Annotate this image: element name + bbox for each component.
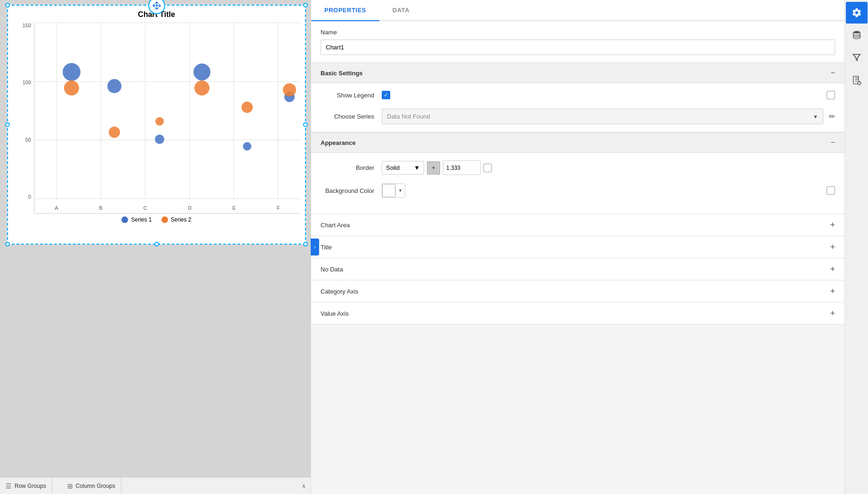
appearance-title: Appearance [321,139,355,146]
show-legend-checkbox[interactable] [382,91,390,99]
tab-data[interactable]: DATA [379,0,423,21]
bubble-9 [241,102,253,113]
appearance-toggle[interactable]: − [831,138,835,147]
collapsible-row-no-data[interactable]: No Data+ [311,258,844,280]
basic-settings-content: Show Legend Choose Series Data Not Found… [311,83,844,132]
expand-icon: › [314,244,316,250]
collapsible-title-1: Title [321,244,332,251]
name-input[interactable] [321,40,835,55]
sidebar-database-btn[interactable] [846,24,868,46]
panel-expand-button[interactable]: › [311,239,319,255]
show-legend-content [382,91,835,99]
y-label-150: 150 [23,23,31,28]
column-groups-icon: ⊞ [67,482,73,490]
bottom-chevron-icon[interactable]: ∧ [302,483,306,489]
x-label-f: F [277,205,280,211]
bg-color-swatch-dropdown[interactable]: ▼ [382,183,405,198]
canvas-area: Chart Title 150 100 50 0 [0,0,311,494]
row-groups-label: Row Groups [15,483,46,489]
bubble-5 [155,117,164,126]
collapsible-icon-4: + [830,309,835,318]
collapsible-icon-2: + [830,265,835,273]
svg-point-0 [853,31,860,34]
chart-container[interactable]: Chart Title 150 100 50 0 [7,5,306,245]
chart-plot: 150 100 50 0 [13,23,300,214]
bubble-1 [64,80,79,96]
tabs-header: PROPERTIES DATA [311,0,844,21]
legend-label-series2: Series 2 [171,216,192,223]
legend-dot-series2 [161,216,168,223]
row-groups-section[interactable]: ☰ Row Groups [0,478,52,494]
choose-series-content: Data Not Found ▼ ✏ [382,109,835,124]
border-row: Border Solid ▼ ▼ ▲ ▼ [321,160,835,175]
appearance-content: Border Solid ▼ ▼ ▲ ▼ [311,153,844,214]
collapsible-row-chart-area[interactable]: Chart Area+ [311,214,844,236]
basic-settings-header: Basic Settings − [311,63,844,83]
choose-series-value: Data Not Found [387,113,813,120]
bubble-0 [63,63,80,81]
sidebar-report-btn[interactable] [846,70,868,91]
chart-legend: Series 1 Series 2 [13,216,300,223]
chart-inner: Chart Title 150 100 50 0 [13,10,300,239]
choose-series-dropdown[interactable]: Data Not Found ▼ [382,109,823,124]
column-groups-section[interactable]: ⊞ Column Groups [62,478,121,494]
bubble-2 [107,79,121,93]
bg-color-row: Background Color ▼ [321,183,835,198]
border-color-swatch[interactable]: ▼ [427,161,440,175]
bubble-11 [283,83,296,96]
x-labels: A B C D E F [34,205,300,211]
bg-color-checkbox[interactable] [827,186,835,195]
bubbles-layer [34,23,300,199]
name-label: Name [321,29,835,36]
border-color-arrow-icon: ▼ [432,166,436,170]
bubble-6 [193,64,210,80]
y-label-50: 50 [25,137,31,143]
collapsible-icon-3: + [830,287,835,295]
border-style-value: Solid [386,164,400,171]
legend-item-series1: Series 1 [121,216,152,223]
bottom-bar: ☰ Row Groups ⊞ Column Groups ∧ [0,477,311,494]
border-label: Border [321,164,382,171]
sidebar-filter-btn[interactable] [846,47,868,69]
collapsible-title-0: Chart Area [321,222,350,229]
resize-handle-bm[interactable] [154,242,159,247]
basic-settings-toggle[interactable]: − [831,69,835,77]
resize-handle-tl[interactable] [5,3,10,8]
bubble-4 [155,135,164,144]
x-label-b: B [99,205,102,211]
legend-label-series1: Series 1 [131,216,152,223]
bubble-8 [243,142,251,151]
border-style-dropdown[interactable]: Solid ▼ [382,161,424,175]
border-content: Solid ▼ ▼ ▲ ▼ [382,160,835,175]
sidebar-settings-btn[interactable] [846,2,868,24]
appearance-header: Appearance − [311,132,844,153]
bg-color-label: Background Color [321,187,382,194]
collapsible-row-category-axis[interactable]: Category Axis+ [311,280,844,303]
tab-properties[interactable]: PROPERTIES [311,0,379,21]
resize-handle-br[interactable] [303,242,308,247]
collapsible-title-2: No Data [321,266,343,273]
resize-handle-ml[interactable] [5,122,10,127]
y-axis: 150 100 50 0 [13,23,34,214]
legend-item-series2: Series 2 [161,216,192,223]
row-groups-icon: ☰ [6,482,12,490]
properties-panel: PROPERTIES DATA Name Basic Settings − Sh… [311,0,844,494]
x-label-d: D [188,205,192,211]
border-checkbox[interactable] [483,164,492,172]
choose-series-edit-icon[interactable]: ✏ [829,112,835,121]
show-legend-checkbox-right[interactable] [827,91,835,99]
y-label-100: 100 [23,80,31,85]
collapsible-row-title[interactable]: Title+ [311,236,844,258]
resize-handle-bl[interactable] [5,242,10,247]
bg-color-arrow-icon: ▼ [395,186,405,195]
border-width-value[interactable] [443,163,481,173]
collapsible-title-3: Category Axis [321,288,358,295]
bubble-7 [194,80,209,96]
column-groups-label: Column Groups [76,483,115,489]
y-label-0: 0 [28,194,31,199]
resize-handle-mr[interactable] [303,122,308,127]
resize-handle-tr[interactable] [303,3,308,8]
collapsible-row-value-axis[interactable]: Value Axis+ [311,303,844,325]
x-label-c: C [143,205,147,211]
border-width-input[interactable]: ▲ ▼ [443,160,481,175]
